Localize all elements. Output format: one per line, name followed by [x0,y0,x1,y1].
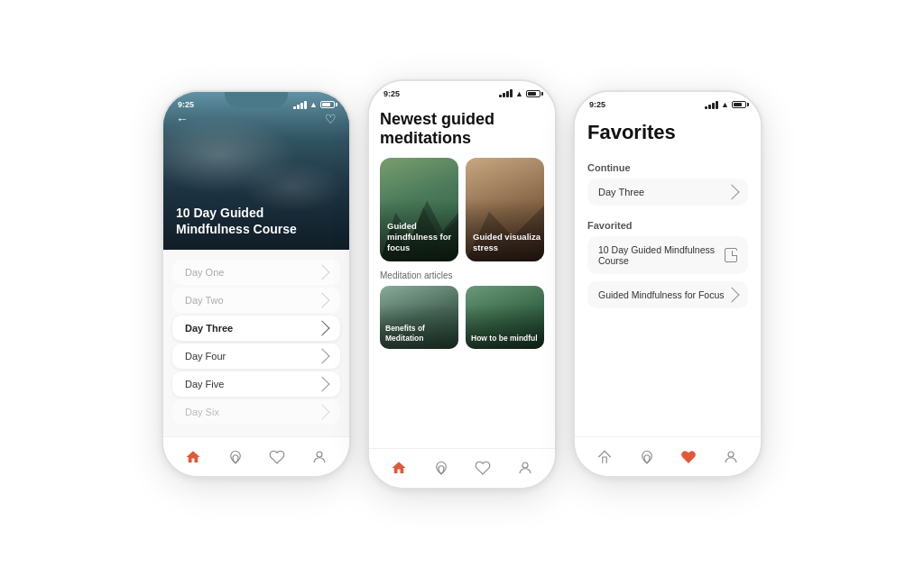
chevron-icon [315,349,330,364]
signal-icon [705,101,718,109]
svg-point-4 [522,463,528,468]
meditation-card-1[interactable]: Guided mindfulness for focus [380,158,458,261]
day3-label: Day Three [185,323,233,334]
favorites-title: Favorites [587,121,748,144]
course-item-day2[interactable]: Day Two [172,288,340,313]
status-time: 9:25 [383,89,400,98]
svg-point-5 [728,452,734,457]
nav-profile[interactable] [517,460,533,476]
phones-container: 9:25 ▲ ← ♡ 10 Day Guided Mindfulness Cou… [143,61,781,508]
day2-label: Day Two [185,295,224,306]
chevron-icon [725,288,740,303]
phone-meditations: 9:25 ▲ Newest guided meditations [367,79,557,490]
phone-course-detail: 9:25 ▲ ← ♡ 10 Day Guided Mindfulness Cou… [162,90,351,478]
nav-heart[interactable] [269,449,285,465]
phone-notch [636,92,699,108]
course-item-day4[interactable]: Day Four [172,344,340,369]
status-icons: ▲ [293,100,335,109]
battery-icon [320,101,335,108]
nav-profile[interactable] [723,449,739,465]
signal-icon [499,89,513,97]
card-1-label: Guided mindfulness for focus [387,221,458,254]
phone-notch [225,92,288,108]
doc-icon [725,248,737,262]
hero-nav: ← ♡ [163,112,349,126]
battery-icon [526,90,541,97]
article-cards: Benefits of Meditation How to be mindful [380,286,544,349]
day5-label: Day Five [185,379,224,389]
article-1-label: Benefits of Meditation [385,324,458,344]
nav-lotus[interactable] [227,449,244,465]
chevron-icon [315,405,330,420]
favorites-content: Favorites Continue Day Three Favorited 1… [575,112,761,436]
favorited-item-2-label: Guided Mindfulness for Focus [598,289,724,300]
favorited-item-2[interactable]: Guided Mindfulness for Focus [587,281,748,308]
favorite-button[interactable]: ♡ [325,112,337,126]
chevron-icon [315,377,330,392]
chevron-icon [725,185,740,200]
nav-lotus[interactable] [433,460,449,476]
nav-lotus[interactable] [639,449,655,465]
nav-profile[interactable] [311,449,328,465]
chevron-icon [315,265,330,280]
meditations-content: Newest guided meditations Guided mindful… [369,101,555,448]
meditation-card-2[interactable]: Guided visualiza stress [466,158,544,261]
favorited-item-1[interactable]: 10 Day Guided Mindfulness Course [587,236,748,274]
bottom-nav [163,436,349,476]
day1-label: Day One [185,267,224,278]
nav-home[interactable] [596,449,613,465]
nav-home[interactable] [185,449,201,465]
svg-point-0 [317,452,322,457]
hero-section: 9:25 ▲ ← ♡ 10 Day Guided Mindfulness Cou… [163,92,349,250]
article-card-1[interactable]: Benefits of Meditation [380,286,458,349]
wifi-icon: ▲ [515,89,523,98]
course-item-day5[interactable]: Day Five [172,371,340,397]
articles-section-title: Meditation articles [380,270,544,280]
phone-favorites: 9:25 ▲ Favorites Continue Day Three Favo… [573,90,762,478]
status-icons: ▲ [499,89,541,98]
continue-item-label: Day Three [598,187,644,197]
card-2-label: Guided visualiza stress [473,232,544,254]
course-item-day3[interactable]: Day Three [172,316,340,341]
course-list: Day One Day Two Day Three Day Four Day F… [163,250,349,436]
wifi-icon: ▲ [721,100,729,109]
course-item-day6[interactable]: Day Six [172,399,340,425]
day4-label: Day Four [185,351,226,362]
hero-title: 10 Day Guided Mindfulness Course [176,205,337,237]
course-item-day1[interactable]: Day One [172,260,340,285]
back-button[interactable]: ← [176,112,189,126]
article-card-2[interactable]: How to be mindful [466,286,544,349]
signal-icon [293,101,307,109]
chevron-icon [315,321,330,336]
nav-home[interactable] [391,460,407,476]
article-2-label: How to be mindful [471,334,538,344]
bottom-nav [575,436,761,476]
day6-label: Day Six [185,407,219,417]
nav-heart[interactable] [475,460,491,476]
battery-icon [732,101,746,108]
favorited-item-1-label: 10 Day Guided Mindfulness Course [598,244,725,266]
nav-heart[interactable] [680,449,697,465]
continue-item[interactable]: Day Three [587,179,748,206]
favorited-section-label: Favorited [587,220,748,231]
meditations-title: Newest guided meditations [380,110,544,149]
meditation-cards: Guided mindfulness for focus Guided visu… [380,158,544,261]
status-time: 9:25 [589,100,605,109]
status-icons: ▲ [705,100,746,109]
chevron-icon [315,293,330,308]
continue-section-label: Continue [587,162,748,173]
bottom-nav [369,448,555,488]
status-time: 9:25 [178,100,194,109]
phone-notch [430,81,494,97]
wifi-icon: ▲ [310,100,318,109]
